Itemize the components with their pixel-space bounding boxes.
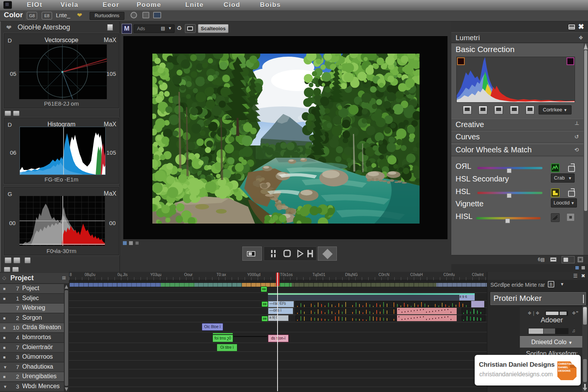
svg-text:CHRISTIAN: CHRISTIAN	[558, 362, 573, 366]
svg-text:DESIGNS: DESIGNS	[558, 369, 571, 372]
svg-text:DANIEL: DANIEL	[558, 366, 568, 369]
